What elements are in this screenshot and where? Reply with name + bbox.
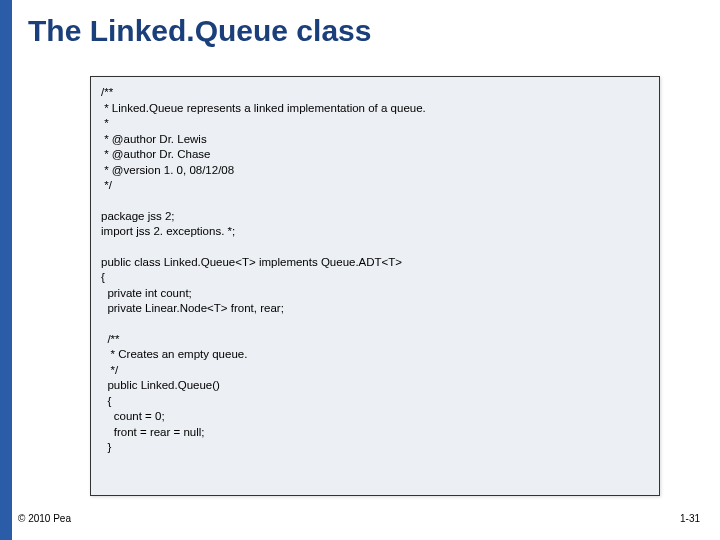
blank-line (101, 194, 649, 209)
code-line: public class Linked.Queue<T> implements … (101, 255, 649, 271)
code-line: /** (101, 332, 649, 348)
code-line: */ (101, 178, 649, 194)
slide-accent-bar (0, 0, 12, 540)
code-line: package jss 2; (101, 209, 649, 225)
blank-line (101, 317, 649, 332)
code-line: private int count; (101, 286, 649, 302)
code-block: /** * Linked.Queue represents a linked i… (90, 76, 660, 496)
code-line: * Creates an empty queue. (101, 347, 649, 363)
copyright-text: © 2010 Pea (18, 513, 71, 524)
code-line: private Linear.Node<T> front, rear; (101, 301, 649, 317)
page-number: 1-31 (680, 513, 700, 524)
code-line: public Linked.Queue() (101, 378, 649, 394)
code-line: { (101, 270, 649, 286)
blank-line (101, 240, 649, 255)
code-line: count = 0; (101, 409, 649, 425)
code-line: front = rear = null; (101, 425, 649, 441)
code-line: import jss 2. exceptions. *; (101, 224, 649, 240)
code-line: /** (101, 85, 649, 101)
code-line: * Linked.Queue represents a linked imple… (101, 101, 649, 117)
code-line: * @author Dr. Lewis (101, 132, 649, 148)
code-line: } (101, 440, 649, 456)
code-line: { (101, 394, 649, 410)
code-line: */ (101, 363, 649, 379)
slide-title: The Linked.Queue class (28, 14, 371, 48)
code-line: * (101, 116, 649, 132)
code-line: * @author Dr. Chase (101, 147, 649, 163)
code-line: * @version 1. 0, 08/12/08 (101, 163, 649, 179)
